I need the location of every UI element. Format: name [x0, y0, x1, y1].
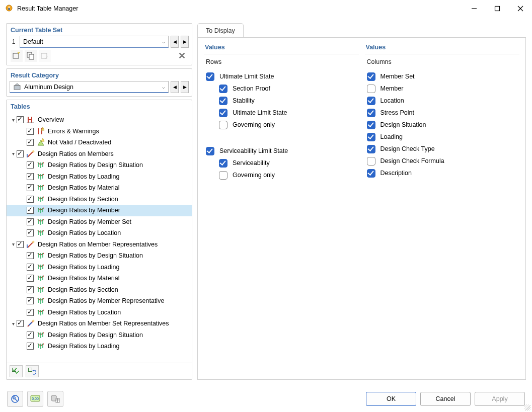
tree-checkbox[interactable]: [27, 309, 34, 316]
minimize-button[interactable]: [463, 0, 486, 17]
tree-checkbox[interactable]: [17, 116, 24, 123]
tree-row[interactable]: Design Ratios by Material: [7, 182, 192, 194]
ratio-icon: [36, 172, 46, 181]
checkbox[interactable]: [367, 97, 375, 105]
tree-label: Not Valid / Deactivated: [48, 139, 111, 146]
tree-row[interactable]: Design Ratios by Member: [7, 205, 192, 216]
svg-text:0,00: 0,00: [32, 397, 39, 400]
help-button[interactable]: [7, 391, 23, 407]
category-prev[interactable]: ◀: [171, 81, 179, 93]
tree-checkbox[interactable]: [27, 252, 34, 259]
tree-checkbox[interactable]: [27, 139, 34, 146]
table-set-heading: Current Table Set: [7, 24, 192, 36]
check-row: Governing only: [206, 119, 357, 131]
copy-button[interactable]: [25, 50, 37, 62]
tree-checkbox[interactable]: [27, 128, 34, 135]
caret-icon[interactable]: ▾: [10, 117, 17, 123]
tree-checkbox[interactable]: [27, 297, 34, 304]
tree-row[interactable]: Design Ratios by Loading: [7, 171, 192, 183]
svg-rect-80: [29, 368, 32, 372]
tree-checkbox[interactable]: [27, 173, 34, 180]
checkbox[interactable]: [367, 133, 375, 141]
edit-button[interactable]: [39, 50, 51, 62]
tree-checkbox[interactable]: [17, 150, 24, 157]
new-button[interactable]: [11, 50, 23, 62]
cancel-button[interactable]: Cancel: [420, 392, 471, 406]
checkbox[interactable]: [219, 85, 227, 93]
tree-row[interactable]: Not Valid / Deactivated: [7, 137, 192, 148]
delete-icon[interactable]: ✕: [176, 50, 188, 62]
tree-checkbox[interactable]: [27, 343, 34, 350]
tree-row[interactable]: ▾Design Ratios on Members: [7, 148, 192, 160]
checkbox[interactable]: [367, 109, 375, 117]
tree-checkbox[interactable]: [27, 207, 34, 214]
tree-checkbox[interactable]: [17, 241, 24, 248]
caret-icon[interactable]: ▾: [10, 151, 17, 156]
category-combo[interactable]: Aluminum Design ⌵: [10, 81, 169, 93]
tree-label: Design Ratios by Member: [48, 207, 120, 214]
table-set-combo[interactable]: Default ⌵: [20, 36, 169, 48]
table-export-button[interactable]: [47, 391, 63, 407]
table-set-prev[interactable]: ◀: [171, 36, 179, 48]
checkbox[interactable]: [367, 145, 375, 153]
tree-row[interactable]: !Errors & Warnings: [7, 126, 192, 137]
tree-checkbox[interactable]: [27, 218, 34, 225]
checkbox[interactable]: [206, 72, 214, 81]
checkbox[interactable]: [219, 159, 227, 168]
units-button[interactable]: 0,00: [27, 391, 43, 407]
tree-checkbox[interactable]: [27, 229, 34, 236]
check-label: Design Situation: [381, 121, 426, 128]
check-all-button[interactable]: [10, 365, 23, 377]
checkbox[interactable]: [219, 97, 227, 105]
check-label: Location: [381, 97, 404, 104]
checkbox[interactable]: [367, 72, 375, 81]
tree-row[interactable]: Design Ratios by Loading: [7, 341, 192, 352]
tab-to-display[interactable]: To Display: [197, 23, 244, 37]
checkbox[interactable]: [219, 121, 227, 129]
checkbox[interactable]: [219, 171, 227, 180]
checkbox[interactable]: [367, 169, 375, 178]
tree-row[interactable]: Design Ratios by Material: [7, 273, 192, 284]
check-row: Location: [367, 95, 518, 107]
apply-button[interactable]: Apply: [475, 392, 525, 406]
tree-checkbox[interactable]: [27, 286, 34, 293]
tree-checkbox[interactable]: [27, 161, 34, 169]
maximize-button[interactable]: [486, 0, 509, 17]
tree-checkbox[interactable]: [27, 275, 34, 282]
tree-row[interactable]: Design Ratios by Design Situation: [7, 159, 192, 171]
tree-row[interactable]: Design Ratios by Section: [7, 284, 192, 296]
tree-row[interactable]: ▾Design Ratios on Member Set Representat…: [7, 318, 192, 329]
ratio-icon: [36, 183, 46, 192]
checkbox[interactable]: [367, 157, 375, 166]
checkbox[interactable]: [219, 109, 227, 117]
tree-row[interactable]: Design Ratios by Design Situation: [7, 329, 192, 341]
refresh-button[interactable]: [26, 365, 39, 377]
tree-checkbox[interactable]: [27, 184, 34, 191]
ok-button[interactable]: OK: [366, 392, 416, 406]
check-row: Stability: [206, 95, 357, 107]
caret-icon[interactable]: ▾: [10, 321, 17, 326]
caret-icon[interactable]: ▾: [10, 241, 17, 247]
tree-row[interactable]: Design Ratios by Member Representative: [7, 295, 192, 307]
tree-row[interactable]: Design Ratios by Location: [7, 227, 192, 239]
tables-tree[interactable]: ▾Overview!Errors & WarningsNot Valid / D…: [7, 112, 192, 363]
checkbox[interactable]: [367, 85, 375, 93]
table-set-next[interactable]: ▶: [181, 36, 189, 48]
tree-checkbox[interactable]: [27, 196, 34, 203]
tree-row[interactable]: Design Ratios by Design Situation: [7, 250, 192, 262]
checkbox[interactable]: [206, 147, 214, 155]
tree-checkbox[interactable]: [27, 332, 34, 339]
checkbox[interactable]: [367, 121, 375, 129]
check-row: Description: [367, 167, 518, 179]
tree-row[interactable]: ▾Overview: [7, 114, 192, 126]
category-next[interactable]: ▶: [181, 81, 189, 93]
resize-grip[interactable]: [524, 404, 530, 410]
tree-checkbox[interactable]: [27, 264, 34, 271]
tree-row[interactable]: Design Ratios by Location: [7, 307, 192, 318]
tree-row[interactable]: Design Ratios by Loading: [7, 262, 192, 273]
tree-checkbox[interactable]: [17, 320, 24, 327]
tree-row[interactable]: ▾Design Ratios on Member Representatives: [7, 239, 192, 251]
tree-row[interactable]: Design Ratios by Section: [7, 194, 192, 205]
close-button[interactable]: [509, 0, 532, 17]
tree-row[interactable]: Design Ratios by Member Set: [7, 216, 192, 228]
